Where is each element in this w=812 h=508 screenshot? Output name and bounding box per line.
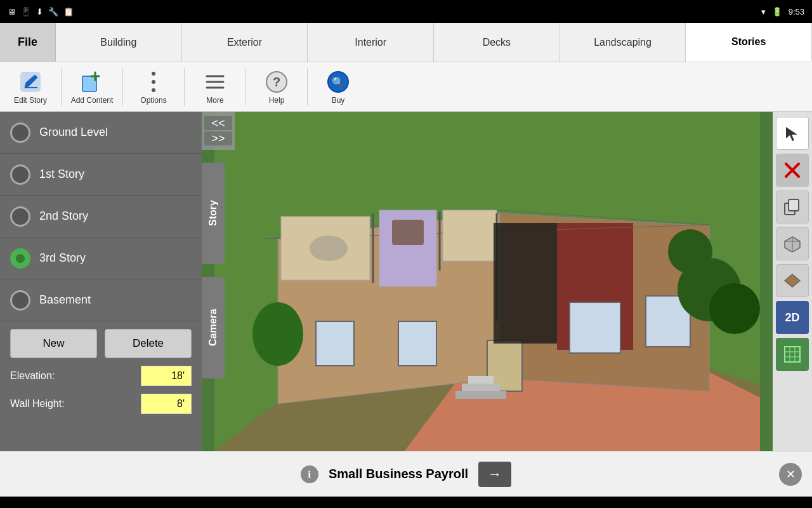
more-button[interactable]: More <box>190 64 240 110</box>
tablet-icon: 🖥 <box>8 7 16 17</box>
story-item-1st[interactable]: 1st Story <box>0 154 202 196</box>
svg-rect-32 <box>398 321 436 366</box>
svg-point-29 <box>310 236 348 261</box>
svg-text:🔍: 🔍 <box>332 76 344 88</box>
nav-arrows: << >> <box>202 112 235 150</box>
recent-apps-button[interactable]: □ <box>667 500 687 508</box>
copy-tool-button[interactable] <box>776 190 809 224</box>
story-radio-ground <box>10 123 30 143</box>
options-icon <box>141 69 166 95</box>
cursor-tool-button[interactable] <box>776 117 809 150</box>
phone-icon: 📱 <box>21 7 31 17</box>
svg-rect-25 <box>443 210 497 261</box>
story-label-2nd: 2nd Story <box>39 210 88 223</box>
options-label: Options <box>140 96 166 105</box>
more-icon <box>202 69 228 95</box>
download-icon: ⬇ <box>36 7 43 17</box>
2d-label: 2D <box>785 311 799 324</box>
svg-rect-30 <box>392 220 424 245</box>
add-content-icon <box>79 69 105 95</box>
clock: 9:53 <box>789 7 804 17</box>
svg-point-41 <box>668 229 712 274</box>
tab-landscaping[interactable]: Landscaping <box>560 23 686 62</box>
svg-point-8 <box>152 88 155 92</box>
tab-building[interactable]: Building <box>56 23 182 62</box>
help-label: Help <box>269 96 285 105</box>
3d-view <box>202 112 773 451</box>
story-item-2nd[interactable]: 2nd Story <box>0 196 202 237</box>
edit-story-button[interactable]: Edit Story <box>5 64 56 110</box>
add-content-label: Add Content <box>71 96 114 105</box>
floor-tool-button[interactable] <box>776 264 809 297</box>
nav-down-arrow[interactable]: >> <box>204 131 232 145</box>
story-tab[interactable]: Story <box>202 163 225 264</box>
elevation-row: Elevation: <box>10 366 192 386</box>
svg-rect-33 <box>570 302 620 353</box>
story-item-ground[interactable]: Ground Level <box>0 112 202 154</box>
options-button[interactable]: Options <box>128 64 179 110</box>
edit-story-icon <box>18 69 43 95</box>
grid-view-button[interactable] <box>776 338 809 371</box>
svg-rect-37 <box>462 384 500 391</box>
3d-object-button[interactable] <box>776 227 809 260</box>
new-story-button[interactable]: New <box>10 329 97 358</box>
svg-text:?: ? <box>273 75 280 89</box>
bottom-nav: ◁ ○ □ <box>0 497 812 508</box>
settings-icon: 🔧 <box>48 7 58 17</box>
ad-info-icon: ℹ <box>301 465 318 483</box>
house-illustration <box>202 112 773 451</box>
elevation-input[interactable] <box>141 366 192 386</box>
file-menu[interactable]: File <box>0 23 56 62</box>
elevation-label: Elevation: <box>10 370 136 382</box>
top-nav: File Building Exterior Interior Decks La… <box>0 23 812 62</box>
home-button[interactable]: ○ <box>398 500 417 508</box>
status-right: ▾ 🔋 9:53 <box>761 7 804 17</box>
toolbar: Edit Story Add Content Options <box>0 62 812 112</box>
more-label: More <box>206 96 223 105</box>
ad-banner: ℹ Small Business Payroll → ✕ <box>0 451 812 497</box>
buy-button[interactable]: 🔍 Buy <box>313 64 363 110</box>
status-bar: 🖥 📱 ⬇ 🔧 📋 ▾ 🔋 9:53 <box>0 0 812 23</box>
back-button[interactable]: ◁ <box>126 500 147 508</box>
tab-exterior[interactable]: Exterior <box>182 23 308 62</box>
nav-up-arrow[interactable]: << <box>204 116 232 130</box>
story-label-3rd: 3rd Story <box>39 251 86 265</box>
delete-tool-button[interactable] <box>776 154 809 187</box>
story-radio-2nd <box>10 206 30 227</box>
story-radio-basement <box>10 290 30 311</box>
status-icons: 🖥 📱 ⬇ 🔧 📋 <box>8 7 74 17</box>
add-content-button[interactable]: Add Content <box>67 64 117 110</box>
wall-height-label: Wall Height: <box>10 398 136 410</box>
story-item-basement[interactable]: Basement <box>0 279 202 321</box>
wifi-icon: ▾ <box>761 7 766 17</box>
buy-label: Buy <box>332 96 345 105</box>
buy-icon: 🔍 <box>325 69 351 95</box>
help-icon: ? <box>264 69 289 95</box>
ad-close-button[interactable]: ✕ <box>779 463 802 486</box>
edit-story-label: Edit Story <box>14 96 47 105</box>
stories-panel: << >> Story Camera Ground Level 1st Stor… <box>0 112 202 451</box>
svg-rect-48 <box>789 199 799 211</box>
clipboard-icon: 📋 <box>63 7 74 17</box>
battery-icon: 🔋 <box>772 7 782 17</box>
left-panel-bottom: New Delete Elevation: Wall Height: <box>0 321 202 451</box>
wall-height-input[interactable] <box>141 394 192 414</box>
camera-tab[interactable]: Camera <box>202 277 225 378</box>
main-area: << >> Story Camera Ground Level 1st Stor… <box>0 112 812 451</box>
tab-decks[interactable]: Decks <box>434 23 560 62</box>
svg-rect-36 <box>455 391 506 399</box>
svg-marker-52 <box>785 274 800 287</box>
help-button[interactable]: ? Help <box>251 64 302 110</box>
story-item-3rd[interactable]: 3rd Story <box>0 237 202 279</box>
svg-point-40 <box>709 283 760 334</box>
svg-rect-38 <box>468 376 494 384</box>
tab-interior[interactable]: Interior <box>308 23 434 62</box>
svg-rect-43 <box>494 223 557 344</box>
2d-view-button[interactable]: 2D <box>776 301 809 334</box>
story-radio-3rd <box>10 248 30 269</box>
ad-arrow-button[interactable]: → <box>478 462 511 487</box>
story-label-1st: 1st Story <box>39 168 84 181</box>
tab-stories[interactable]: Stories <box>686 23 812 62</box>
delete-story-button[interactable]: Delete <box>105 329 192 358</box>
svg-rect-31 <box>316 321 354 366</box>
